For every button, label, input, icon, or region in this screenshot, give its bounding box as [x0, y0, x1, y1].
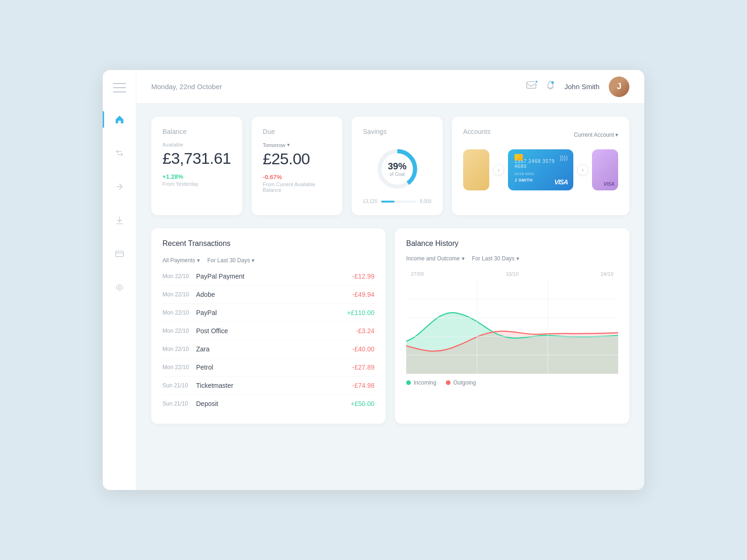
prev-card-button[interactable]: ‹ — [493, 164, 504, 175]
header: Monday, 22nd October John Smi — [136, 70, 644, 104]
card-prev — [463, 149, 489, 190]
table-row: Mon 22/10 PayPal Payment -£12.99 — [162, 267, 374, 286]
due-selector[interactable]: Tomorrow ▾ — [263, 142, 331, 148]
savings-bar-max: 8,000 — [420, 199, 431, 204]
avatar-image: J — [609, 77, 629, 97]
tx-date: Mon 22/10 — [162, 364, 196, 371]
savings-title: Savings — [363, 128, 431, 135]
due-change: -0.67% — [263, 174, 331, 181]
sidebar-item-transfer[interactable] — [103, 143, 136, 163]
due-selector-label: Tomorrow — [263, 142, 285, 148]
chart-legend: Incoming Outgoing — [406, 379, 618, 386]
history-filter-type-chevron: ▾ — [462, 255, 465, 262]
history-card: Balance History Income and Outcome ▾ For… — [395, 228, 629, 424]
notification-button[interactable] — [546, 80, 555, 93]
user-name: John Smith — [564, 83, 599, 91]
accounts-selector[interactable]: Current Account ▾ — [574, 132, 618, 138]
tx-amount: -£12.99 — [352, 273, 374, 280]
transactions-card: Recent Transactions All Payments ▾ For L… — [151, 228, 386, 424]
balance-title: Balance — [162, 128, 231, 135]
history-filter-period-button[interactable]: For Last 30 Days ▾ — [472, 255, 519, 262]
sidebar-item-card[interactable] — [103, 244, 136, 264]
next-card-button[interactable]: › — [577, 164, 588, 175]
card-wifi-icon: )))) — [560, 154, 568, 161]
tx-date: Sun 21/10 — [162, 400, 196, 407]
card-next: VISA — [592, 149, 618, 190]
filter-type-button[interactable]: All Payments ▾ — [162, 257, 200, 264]
card-chip — [514, 154, 523, 161]
sidebar-item-settings[interactable] — [103, 277, 136, 298]
accounts-selector-label: Current Account — [574, 132, 614, 138]
svg-rect-0 — [115, 251, 123, 257]
legend-incoming: Incoming — [406, 379, 437, 386]
savings-bar-min: £3,120 — [363, 199, 377, 204]
savings-bar-track — [381, 201, 416, 203]
chart-svg — [406, 280, 618, 374]
chart-area — [406, 280, 618, 374]
transfer-icon — [114, 148, 125, 158]
tx-date: Mon 22/10 — [162, 273, 196, 280]
table-row: Mon 22/10 Post Office -£3.24 — [162, 322, 374, 340]
transactions-list: Mon 22/10 PayPal Payment -£12.99 Mon 22/… — [162, 267, 374, 413]
tx-amount: -£40.00 — [352, 345, 374, 353]
tx-name: Adobe — [196, 291, 352, 298]
donut-center: 39% of Goal — [388, 161, 407, 177]
sidebar-item-download[interactable] — [103, 210, 136, 231]
card-brand: VISA — [554, 178, 568, 186]
tx-amount: -£3.24 — [356, 327, 374, 335]
balance-amount: £3,731.61 — [162, 149, 231, 168]
mail-badge — [535, 80, 538, 84]
card-small-brand: VISA — [604, 182, 614, 187]
accounts-header: Accounts Current Account ▾ — [463, 128, 618, 142]
tx-amount: +£50.00 — [351, 400, 374, 407]
table-row: Mon 22/10 Adobe -£49.94 — [162, 286, 374, 304]
main-content: Monday, 22nd October John Smi — [136, 70, 644, 490]
svg-point-3 — [551, 81, 554, 84]
tx-amount: -£27.89 — [352, 364, 374, 371]
outgoing-label: Outgoing — [453, 379, 476, 386]
donut-chart: 39% of Goal — [374, 146, 421, 192]
sidebar — [103, 70, 136, 490]
history-filter-type-button[interactable]: Income and Outcome ▾ — [406, 255, 465, 262]
tx-name: PayPal Payment — [196, 273, 352, 280]
outgoing-dot — [446, 380, 451, 385]
balance-available-label: Available — [162, 142, 231, 147]
filter-type-chevron: ▾ — [197, 257, 200, 264]
top-row: Balance Available £3,731.61 +1.28% From … — [151, 117, 629, 215]
tx-date: Sun 21/10 — [162, 382, 196, 389]
incoming-dot — [406, 380, 411, 385]
table-row: Sun 21/10 Deposit +£50.00 — [162, 395, 374, 413]
due-card: Due Tomorrow ▾ £25.00 -0.67% From Curren… — [252, 117, 343, 215]
savings-bar-fill — [381, 201, 395, 203]
tx-date: Mon 22/10 — [162, 328, 196, 334]
history-filter-type-label: Income and Outcome — [406, 255, 460, 262]
filter-period-button[interactable]: For Last 30 Days ▾ — [207, 257, 254, 264]
donut-percent: 39% — [388, 161, 407, 172]
header-date: Monday, 22nd October — [151, 83, 526, 91]
incoming-label: Incoming — [414, 379, 437, 386]
sidebar-item-home[interactable] — [103, 109, 136, 130]
tx-name: Ticketmaster — [196, 382, 352, 389]
donut-sub: of Goal — [388, 172, 407, 177]
card-dates: 01/18 02/21 — [514, 172, 567, 176]
sidebar-item-send[interactable] — [103, 176, 136, 197]
savings-bar: £3,120 8,000 — [363, 199, 431, 204]
tx-date: Mon 22/10 — [162, 291, 196, 298]
tx-name: Post Office — [196, 327, 356, 335]
history-title: Balance History — [406, 239, 618, 248]
legend-outgoing: Outgoing — [446, 379, 476, 386]
mail-button[interactable] — [526, 81, 536, 92]
chart-x-label: 10/10 — [506, 271, 519, 277]
header-actions: John Smith J — [526, 77, 629, 97]
hamburger-menu[interactable] — [113, 83, 126, 92]
tx-amount: +£110.00 — [347, 309, 374, 316]
tx-name: Zara — [196, 345, 352, 353]
due-change-label: From Current Available Balance — [263, 182, 331, 193]
card-icon — [114, 249, 125, 259]
sidebar-nav — [103, 109, 136, 298]
history-filter-period-chevron: ▾ — [516, 255, 519, 262]
table-row: Mon 22/10 PayPal +£110.00 — [162, 304, 374, 322]
accounts-chevron-icon: ▾ — [615, 132, 618, 138]
accounts-card: Accounts Current Account ▾ ‹ )))) 1357 2… — [452, 117, 629, 215]
history-filter-period-label: For Last 30 Days — [472, 255, 514, 262]
